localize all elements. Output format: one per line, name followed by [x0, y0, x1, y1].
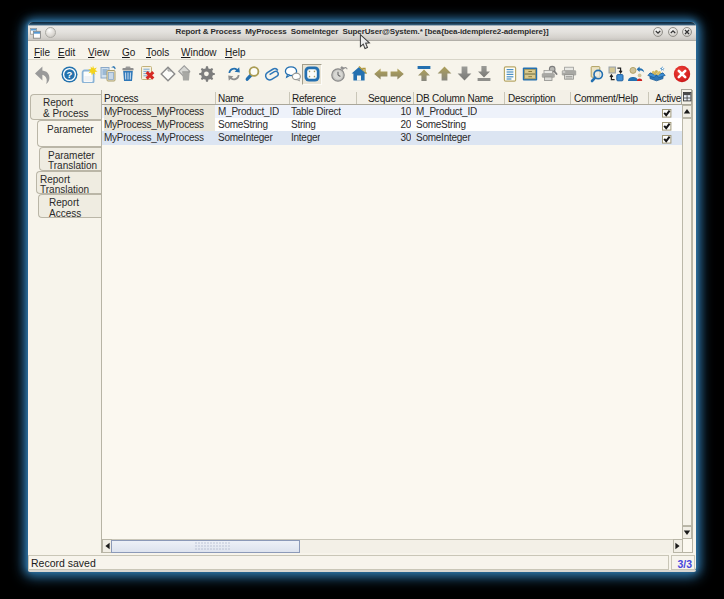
svg-text:?: ? — [67, 69, 73, 80]
